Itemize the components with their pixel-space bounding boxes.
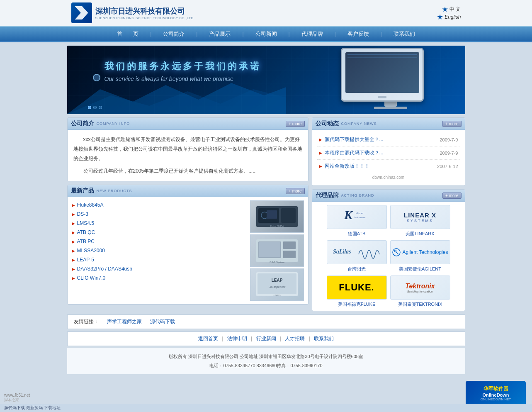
news-source: down.chinaz.com	[317, 173, 460, 182]
list-item[interactable]: ▶ATB PC	[72, 237, 247, 246]
new-products-more[interactable]: + more	[286, 188, 304, 194]
company-intro-more[interactable]: + more	[286, 121, 304, 127]
company-news-title-en: COMPANY NEWS	[341, 122, 377, 126]
brand-fluke[interactable]: FLUKE. 美国福禄克FLUKE	[327, 275, 387, 307]
bottom-nav-sep3: |	[280, 336, 281, 341]
company-news-section: 公司动态 COMPANY NEWS + more ▶ 源代码下载提供大量全？..…	[312, 117, 465, 186]
company-news-title-cn: 公司动态	[316, 120, 339, 127]
svg-rect-8	[267, 210, 277, 219]
nav-line	[0, 41, 532, 42]
svg-text:LEAP-5: LEAP-5	[273, 294, 280, 297]
news-bullet-icon: ▶	[319, 151, 322, 155]
footer-link-acoustics[interactable]: 声学工程师之家	[107, 318, 142, 325]
brand-agilent[interactable]: Agilent Technologies 美国安捷伦AGILENT	[390, 240, 450, 272]
company-news-more[interactable]: + more	[442, 121, 461, 127]
svg-rect-13	[283, 251, 296, 258]
nav-products[interactable]: 产品展示	[197, 27, 242, 41]
brand-tektronix-name: 美国泰克TEKTRONIX	[398, 301, 442, 307]
new-products-title-cn: 最新产品	[71, 187, 94, 195]
bottom-nav-sep4: |	[309, 336, 310, 341]
brand-salinas-name: 台湾阳光	[347, 266, 366, 272]
brand-atb-name: 德国ATB	[348, 231, 366, 237]
banner-text-cn: 我们的服务永远多于我们的承诺	[104, 60, 261, 73]
main-content: 公司简介 COMPANY INFO + more xxx公司是主要代理销售和开发…	[67, 117, 465, 311]
list-item[interactable]: ▶Fluke8845A	[72, 200, 247, 210]
left-col: 公司简介 COMPANY INFO + more xxx公司是主要代理销售和开发…	[67, 117, 309, 311]
logo: 深圳市日进兴科技有限公司 SHENZHEN RIJINXING SCIENCE …	[71, 2, 195, 23]
bottom-nav-legal[interactable]: 法律申明	[227, 336, 247, 341]
company-news-header: 公司动态 COMPANY NEWS + more	[312, 118, 465, 130]
nav-feedback[interactable]: 客户反馈	[336, 27, 381, 41]
brands-more[interactable]: + more	[442, 193, 461, 199]
nav-news[interactable]: 公司新闻	[244, 27, 289, 41]
footer-links-label: 友情链接：	[74, 318, 99, 325]
product-list: ▶Fluke8845A ▶DS-3 ▶LMS4.5 ▶ATB QC ▶ATB P…	[72, 200, 247, 301]
bottom-nav-home[interactable]: 返回首页	[198, 336, 218, 341]
bottom-nav-contact[interactable]: 联系我们	[314, 336, 334, 341]
company-intro-para1: xxx公司是主要代理销售和开发音视频测试设备、兼营电子工业测试设备的技术服务性公…	[73, 135, 302, 163]
lang-cn[interactable]: 中 文	[442, 6, 461, 13]
brand-salinas[interactable]: SaLilas 台湾阳光	[327, 240, 387, 272]
nav-contact[interactable]: 联系我们	[382, 27, 427, 41]
company-intro-title-en: COMPANY INFO	[97, 122, 130, 126]
list-item[interactable]: ▶LMS4.5	[72, 219, 247, 228]
bottom-nav-talent[interactable]: 人才招聘	[285, 336, 305, 341]
list-item[interactable]: ▶MLSSA2000	[72, 246, 247, 255]
company-intro-title-cn: 公司简介	[71, 120, 94, 127]
nav-about[interactable]: 公司简介	[151, 27, 196, 41]
news-date: 2009-7-9	[440, 137, 458, 142]
svg-text:Loudspeaker: Loudspeaker	[268, 285, 285, 289]
news-item[interactable]: ▶ 源代码下载提供大量全？... 2009-7-9	[317, 133, 460, 146]
brands-header: 代理品牌 ACTING BRAND + more	[312, 190, 465, 202]
company-intro-para2: 公司经过几年经营，在2005年第二季度已开始为客户提供自动化测试方案、.....…	[73, 166, 302, 176]
news-date: 2007-6-12	[437, 164, 458, 169]
nav-brands[interactable]: 代理品牌	[290, 27, 335, 41]
new-products-header: 最新产品 NEW PRODUCTS + more	[68, 185, 308, 197]
lang-cn-icon	[442, 7, 448, 12]
brand-linearx[interactable]: LINEAR X SYSTEMS 美国LINEARX	[390, 205, 450, 237]
lang-en-label[interactable]: English	[445, 14, 461, 20]
nav-bar: 首 页 | 公司简介 | 产品展示 | 公司新闻 | 代理品牌 | 客户反馈 |…	[0, 26, 532, 41]
nav-home[interactable]: 首 页	[105, 27, 150, 41]
brand-atb[interactable]: K Klippel Instrumente 德国ATB	[327, 205, 387, 237]
list-item[interactable]: ▶DS-3	[72, 210, 247, 219]
bottom-nav: 返回首页 | 法律申明 | 行业新闻 | 人才招聘 | 联系我们	[67, 332, 465, 346]
lang-en[interactable]: English	[437, 14, 461, 20]
svg-text:K: K	[344, 208, 353, 222]
brand-tektronix[interactable]: Tektronix Enabling Innovation 美国泰克TEKTRO…	[390, 275, 450, 307]
new-products-body: ▶Fluke8845A ▶DS-3 ▶LMS4.5 ▶ATB QC ▶ATB P…	[68, 197, 308, 304]
news-item[interactable]: ▶ 本程序由源代码下载收？... 2009-7-9	[317, 146, 460, 160]
banner: 我们的服务永远多于我们的承诺 Our service is always far…	[67, 46, 465, 114]
news-link: 本程序由源代码下载收？...	[325, 149, 384, 156]
list-item[interactable]: ▶ATB QC	[72, 228, 247, 237]
brands-body: K Klippel Instrumente 德国ATB LINEAR X SYS…	[312, 202, 465, 311]
product-images: Fluke 8845A DS-3 System	[250, 200, 304, 301]
copyright-line1: 版权所有 深圳日进兴科技有限公司 公司地址 深圳市福田区华发北路30号电子设计院…	[70, 352, 462, 361]
copyright: 版权所有 深圳日进兴科技有限公司 公司地址 深圳市福田区华发北路30号电子设计院…	[67, 348, 465, 374]
footer-link-source[interactable]: 源代码下载	[150, 318, 175, 325]
svg-text:SaLilas: SaLilas	[333, 249, 351, 255]
news-link: 源代码下载提供大量全？...	[325, 136, 384, 143]
top-bar: 深圳市日进兴科技有限公司 SHENZHEN RIJINXING SCIENCE …	[0, 0, 532, 26]
svg-line-27	[396, 252, 398, 254]
list-item[interactable]: ▶CLIO Win7.0	[72, 273, 247, 283]
company-intro-section: 公司简介 COMPANY INFO + more xxx公司是主要代理销售和开发…	[67, 117, 309, 181]
product-img-1: Fluke 8845A	[250, 200, 304, 233]
product-img-3: LEAP Loudspeaker LEAP-5	[250, 268, 304, 301]
news-link: 网站全新改版！！！	[325, 163, 369, 170]
list-item[interactable]: ▶LEAP-5	[72, 255, 247, 264]
lang-en-icon	[437, 14, 443, 20]
bottom-nav-industry[interactable]: 行业新闻	[256, 336, 276, 341]
svg-rect-12	[283, 241, 296, 249]
lang-cn-label: 中 文	[449, 6, 461, 13]
news-date: 2009-7-9	[440, 151, 458, 156]
brands-title-en: ACTING BRAND	[341, 193, 374, 197]
lang-switcher: 中 文 English	[437, 6, 461, 20]
svg-rect-5	[281, 208, 296, 223]
brands-title-cn: 代理品牌	[316, 192, 339, 199]
news-item[interactable]: ▶ 网站全新改版！！！ 2007-6-12	[317, 160, 460, 173]
list-item[interactable]: ▶DAAS32Pro / DAAS4usb	[72, 264, 247, 273]
svg-text:Instrumente: Instrumente	[355, 216, 366, 219]
brand-agilent-name: 美国安捷伦AGILENT	[399, 266, 441, 272]
svg-text:Klippel: Klippel	[356, 212, 363, 215]
